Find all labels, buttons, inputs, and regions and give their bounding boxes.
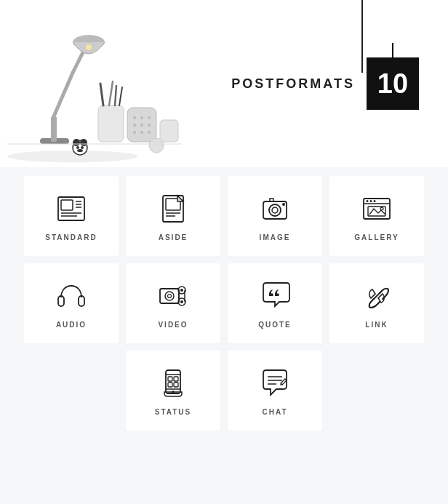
svg-point-50 bbox=[374, 200, 376, 202]
hero-section: POSTFORMATS 10 bbox=[0, 0, 448, 167]
svg-point-48 bbox=[367, 200, 369, 202]
svg-point-61 bbox=[180, 300, 183, 303]
card-quote[interactable]: QUOTE bbox=[228, 263, 322, 343]
svg-point-44 bbox=[272, 207, 278, 213]
card-link[interactable]: LINK bbox=[329, 263, 424, 343]
card-standard[interactable]: STANDARD bbox=[24, 176, 119, 256]
svg-point-17 bbox=[140, 124, 143, 127]
svg-point-21 bbox=[148, 131, 151, 134]
svg-rect-7 bbox=[98, 105, 124, 142]
svg-point-56 bbox=[165, 292, 174, 300]
svg-rect-71 bbox=[168, 383, 172, 387]
svg-point-43 bbox=[269, 204, 281, 216]
svg-line-11 bbox=[119, 87, 122, 105]
svg-point-23 bbox=[149, 138, 164, 153]
link-label: LINK bbox=[365, 321, 388, 329]
quote-icon bbox=[257, 279, 292, 313]
hero-image bbox=[0, 0, 189, 167]
svg-rect-2 bbox=[51, 116, 57, 142]
image-label: IMAGE bbox=[260, 233, 291, 241]
svg-line-9 bbox=[109, 81, 113, 105]
grid-section: STANDARD ASIDE bbox=[0, 167, 448, 452]
svg-rect-70 bbox=[174, 377, 178, 381]
gallery-icon bbox=[359, 191, 394, 226]
svg-rect-32 bbox=[61, 200, 73, 210]
aside-label: ASIDE bbox=[159, 233, 188, 241]
svg-rect-31 bbox=[58, 197, 84, 220]
svg-point-0 bbox=[7, 151, 138, 162]
svg-point-18 bbox=[148, 124, 151, 127]
svg-line-8 bbox=[100, 84, 103, 105]
video-icon bbox=[156, 279, 191, 313]
grid-row-3: STATUS CHAT bbox=[22, 351, 426, 431]
svg-point-59 bbox=[180, 289, 183, 292]
svg-point-26 bbox=[80, 139, 87, 146]
audio-label: AUDIO bbox=[56, 321, 87, 329]
svg-point-57 bbox=[168, 294, 172, 297]
grid-row-1: STANDARD ASIDE bbox=[22, 176, 426, 256]
card-aside[interactable]: ASIDE bbox=[126, 176, 220, 256]
standard-icon bbox=[54, 191, 89, 226]
svg-point-13 bbox=[133, 116, 136, 119]
card-audio[interactable]: AUDIO bbox=[24, 263, 119, 343]
card-video[interactable]: VIDEO bbox=[126, 263, 220, 343]
standard-label: STANDARD bbox=[45, 233, 97, 241]
svg-rect-65 bbox=[166, 370, 180, 393]
svg-rect-55 bbox=[160, 289, 179, 303]
link-icon bbox=[359, 279, 394, 313]
postformats-label: POSTFORMATS bbox=[231, 76, 355, 92]
title-area: POSTFORMATS 10 bbox=[231, 57, 419, 110]
video-label: VIDEO bbox=[158, 321, 188, 329]
gallery-label: GALLERY bbox=[354, 233, 399, 241]
svg-rect-54 bbox=[79, 296, 84, 306]
svg-point-52 bbox=[380, 207, 383, 210]
svg-rect-72 bbox=[174, 383, 178, 387]
status-label: STATUS bbox=[155, 408, 192, 416]
card-chat[interactable]: CHAT bbox=[228, 351, 322, 431]
image-icon bbox=[257, 191, 292, 226]
svg-rect-22 bbox=[160, 120, 178, 142]
svg-point-25 bbox=[73, 139, 80, 146]
audio-icon bbox=[54, 279, 89, 313]
svg-point-19 bbox=[133, 131, 136, 134]
svg-point-16 bbox=[133, 124, 136, 127]
svg-point-49 bbox=[370, 200, 372, 202]
status-icon bbox=[156, 366, 191, 401]
grid-row-2: AUDIO VIDEO bbox=[22, 263, 426, 343]
svg-point-45 bbox=[282, 203, 285, 206]
svg-point-29 bbox=[77, 149, 83, 152]
svg-point-28 bbox=[81, 146, 84, 149]
svg-point-20 bbox=[140, 131, 143, 134]
chat-label: CHAT bbox=[262, 408, 287, 416]
svg-point-15 bbox=[148, 116, 151, 119]
chat-icon bbox=[257, 366, 292, 401]
svg-point-27 bbox=[76, 146, 79, 149]
svg-line-3 bbox=[54, 73, 73, 116]
aside-icon bbox=[156, 191, 191, 226]
svg-line-10 bbox=[115, 86, 116, 105]
card-status[interactable]: STATUS bbox=[126, 351, 220, 431]
svg-point-14 bbox=[140, 116, 143, 119]
svg-rect-69 bbox=[168, 377, 172, 381]
card-image[interactable]: IMAGE bbox=[228, 176, 322, 256]
svg-line-64 bbox=[373, 292, 380, 300]
number-badge: 10 bbox=[367, 57, 419, 110]
svg-point-6 bbox=[86, 44, 92, 50]
quote-label: QUOTE bbox=[258, 321, 292, 329]
card-gallery[interactable]: GALLERY bbox=[329, 176, 424, 256]
svg-rect-53 bbox=[58, 296, 64, 306]
